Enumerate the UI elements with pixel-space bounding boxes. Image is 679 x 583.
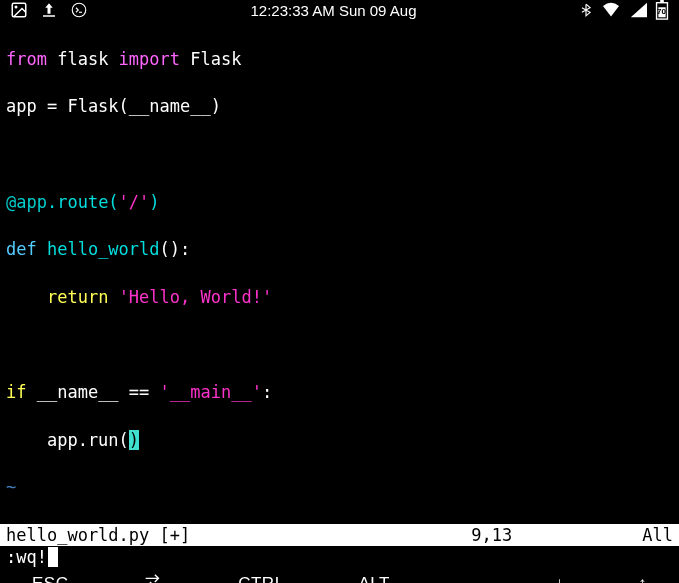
- code-line: def hello_world():: [6, 238, 673, 262]
- bluetooth-icon: [579, 1, 593, 19]
- vim-editor[interactable]: from flask import Flask app = Flask(__na…: [0, 20, 679, 524]
- vim-status-line: hello_world.py [+] 9,13 All: [0, 524, 679, 546]
- code-line: return 'Hello, World!': [6, 286, 673, 310]
- code-line: @app.route('/'): [6, 191, 673, 215]
- termux-extra-keys: ESC CTRL ALT — ↓ ↑: [0, 568, 679, 583]
- vim-cursor-position: 9,13: [471, 525, 512, 545]
- status-right: 70: [579, 0, 669, 20]
- wifi-icon: [601, 2, 621, 18]
- svg-rect-2: [43, 15, 55, 17]
- dash-key[interactable]: —: [454, 568, 492, 583]
- status-time: 12:23:33 AM Sun 09 Aug: [88, 2, 579, 19]
- alt-key[interactable]: ALT: [348, 568, 399, 583]
- ctrl-key[interactable]: CTRL: [228, 568, 294, 583]
- vim-view-percent: All: [642, 525, 673, 545]
- code-line: if __name__ == '__main__':: [6, 381, 673, 405]
- battery-icon: 70: [655, 0, 669, 20]
- battery-level: 70: [657, 7, 666, 16]
- code-line: app = Flask(__name__): [6, 95, 673, 119]
- vim-command-line[interactable]: :wq!: [0, 546, 679, 568]
- code-line: from flask import Flask: [6, 48, 673, 72]
- code-line: app.run(): [6, 429, 673, 453]
- down-key[interactable]: ↓: [545, 568, 574, 583]
- cursor: ): [129, 430, 139, 450]
- vim-filename: hello_world.py [+]: [6, 525, 190, 545]
- code-tilde: ~: [6, 476, 673, 500]
- up-key[interactable]: ↑: [628, 568, 657, 583]
- vim-command-text: :wq!: [6, 547, 47, 567]
- tab-key[interactable]: [132, 568, 174, 583]
- android-status-bar: 12:23:33 AM Sun 09 Aug 70: [0, 0, 679, 20]
- upload-icon: [40, 1, 58, 19]
- image-icon: [10, 1, 28, 19]
- svg-rect-6: [660, 0, 664, 3]
- signal-icon: [629, 2, 647, 18]
- status-left: [10, 1, 88, 19]
- tab-icon: [142, 574, 164, 583]
- terminal-icon: [70, 1, 88, 19]
- command-cursor: [48, 547, 58, 567]
- svg-point-1: [15, 6, 18, 9]
- code-line: [6, 333, 673, 357]
- code-line: [6, 143, 673, 167]
- esc-key[interactable]: ESC: [22, 568, 78, 583]
